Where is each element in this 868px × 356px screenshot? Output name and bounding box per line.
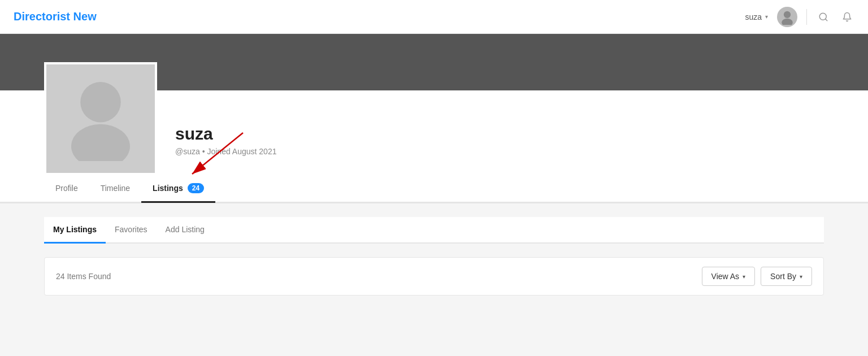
profile-content: suza @suza • Joined August 2021 — [21, 90, 847, 175]
avatar-silhouette — [46, 64, 155, 173]
profile-avatar — [44, 62, 157, 175]
nav-divider — [806, 9, 807, 25]
sort-by-label: Sort By — [770, 272, 796, 281]
user-silhouette-icon — [64, 76, 137, 161]
sort-by-button[interactable]: Sort By ▾ — [761, 267, 812, 286]
bell-icon — [842, 12, 852, 22]
profile-avatar-wrapper — [44, 62, 157, 175]
nav-username: suza — [745, 12, 762, 21]
svg-point-0 — [784, 11, 791, 18]
tab-profile-label: Profile — [55, 184, 78, 193]
top-navigation: Directorist New suza ▾ — [0, 0, 868, 34]
sub-tab-add-listing[interactable]: Add Listing — [157, 217, 214, 244]
listings-count-badge: 24 — [188, 183, 204, 193]
tab-profile[interactable]: Profile — [44, 175, 89, 203]
profile-tabs-inner: Profile Timeline Listings 24 — [21, 175, 847, 202]
items-found-label: 24 Items Found — [56, 272, 111, 281]
site-brand[interactable]: Directorist New — [14, 10, 97, 23]
sub-tab-my-listings[interactable]: My Listings — [44, 217, 106, 244]
user-avatar-icon — [779, 9, 795, 25]
nav-right: suza ▾ — [745, 7, 854, 27]
svg-point-1 — [782, 18, 793, 24]
view-as-chevron-icon: ▾ — [743, 273, 745, 280]
tab-listings-label: Listings — [153, 184, 183, 193]
sub-tabs: My Listings Favorites Add Listing — [44, 217, 824, 244]
profile-meta: @suza • Joined August 2021 — [175, 147, 276, 156]
profile-section: suza @suza • Joined August 2021 Profile … — [0, 90, 868, 203]
listings-section: My Listings Favorites Add Listing 24 Ite… — [21, 203, 847, 309]
view-as-label: View As — [711, 272, 740, 281]
user-menu[interactable]: suza ▾ — [745, 12, 768, 21]
tab-timeline[interactable]: Timeline — [89, 175, 141, 203]
search-button[interactable] — [816, 10, 831, 24]
sub-tabs-inner: My Listings Favorites Add Listing — [44, 217, 824, 242]
profile-name: suza — [175, 124, 276, 144]
sub-tab-favorites[interactable]: Favorites — [106, 217, 157, 244]
notifications-button[interactable] — [840, 10, 854, 24]
svg-point-4 — [80, 82, 121, 123]
chevron-down-icon: ▾ — [765, 14, 768, 20]
tab-timeline-label: Timeline — [101, 184, 130, 193]
profile-tabs: Profile Timeline Listings 24 — [0, 175, 868, 203]
search-icon — [818, 12, 828, 22]
sort-by-chevron-icon: ▾ — [800, 273, 802, 280]
profile-info: suza @suza • Joined August 2021 — [175, 90, 276, 167]
listings-toolbar: 24 Items Found View As ▾ Sort By ▾ — [44, 257, 824, 296]
svg-point-5 — [71, 124, 130, 161]
tab-listings[interactable]: Listings 24 — [141, 175, 215, 203]
svg-line-3 — [825, 19, 827, 20]
nav-avatar[interactable] — [777, 7, 797, 27]
toolbar-right: View As ▾ Sort By ▾ — [702, 267, 812, 286]
view-as-button[interactable]: View As ▾ — [702, 267, 756, 286]
